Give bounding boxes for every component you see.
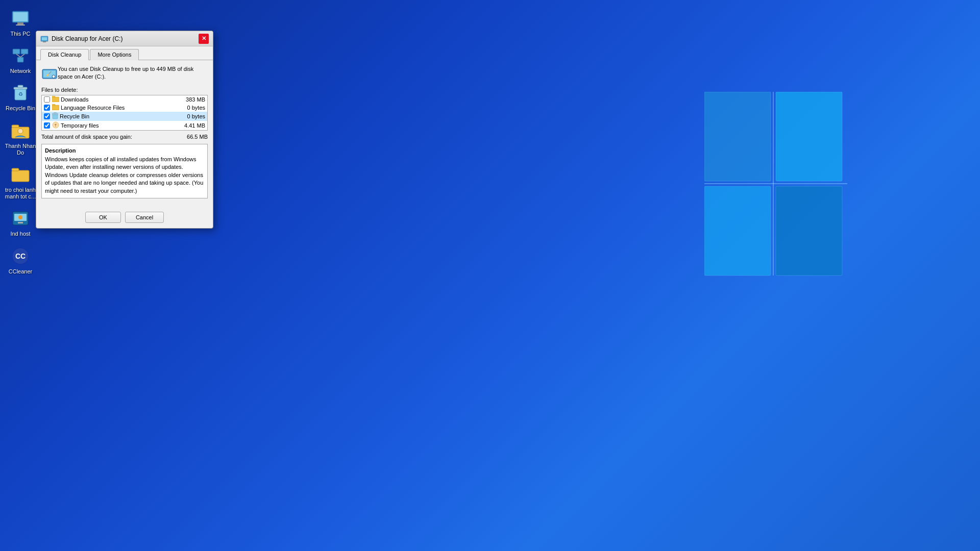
svg-rect-10 bbox=[13, 49, 20, 54]
tab-more-options[interactable]: More Options bbox=[90, 49, 139, 60]
disk-info-icon: 🧹 bbox=[41, 65, 58, 82]
svg-point-21 bbox=[18, 129, 23, 134]
svg-rect-26 bbox=[18, 222, 23, 223]
recycle-bin-label: Recycle Bin bbox=[6, 105, 35, 112]
file-checkbox-language[interactable] bbox=[44, 105, 50, 111]
file-checkbox-temp[interactable] bbox=[44, 122, 50, 129]
total-label: Total amount of disk space you gain: bbox=[41, 134, 132, 140]
file-item-temp[interactable]: T Temporary files 4.41 MB bbox=[42, 121, 207, 130]
svg-rect-7 bbox=[13, 12, 28, 21]
file-checkbox-recycle[interactable] bbox=[44, 113, 50, 119]
svg-rect-43 bbox=[54, 112, 56, 114]
this-pc-label: This PC bbox=[10, 31, 30, 37]
dialog-body: 🧹 You can use Disk Cleanup to free up to… bbox=[36, 60, 213, 209]
svg-rect-38 bbox=[52, 96, 55, 97]
user-folder-icon bbox=[10, 120, 31, 141]
svg-rect-1 bbox=[776, 92, 842, 181]
svg-rect-12 bbox=[17, 57, 23, 62]
file-size-downloads: 383 MB bbox=[186, 96, 205, 103]
svg-line-13 bbox=[16, 54, 20, 57]
desktop-icons: This PC Network ♻ Recycle Bin bbox=[0, 0, 41, 280]
desktop-icon-recycle-bin[interactable]: ♻ Recycle Bin bbox=[1, 80, 40, 115]
network-icon bbox=[10, 45, 31, 66]
svg-rect-37 bbox=[52, 97, 59, 102]
svg-rect-0 bbox=[704, 92, 771, 181]
svg-rect-39 bbox=[52, 105, 59, 110]
disk-cleanup-titlebar-icon bbox=[40, 35, 48, 43]
svg-rect-23 bbox=[12, 168, 19, 171]
description-box: Description Windows keeps copies of all … bbox=[41, 144, 208, 198]
svg-rect-2 bbox=[704, 186, 771, 276]
desktop-icon-ind-host[interactable]: Ind host bbox=[1, 205, 40, 240]
file-size-language: 0 bytes bbox=[187, 105, 205, 111]
tab-disk-cleanup[interactable]: Disk Cleanup bbox=[40, 49, 89, 60]
disk-cleanup-dialog: Disk Cleanup for Acer (C:) ✕ Disk Cleanu… bbox=[36, 31, 213, 229]
file-name-recycle: Recycle Bin bbox=[60, 113, 185, 119]
ccleaner-icon: CC bbox=[10, 246, 31, 266]
desktop-icon-network[interactable]: Network bbox=[1, 42, 40, 78]
info-row: 🧹 You can use Disk Cleanup to free up to… bbox=[41, 65, 208, 82]
file-item-thumbnails[interactable]: Thumbnails 3.01 MB bbox=[42, 130, 207, 131]
svg-rect-9 bbox=[16, 24, 25, 26]
svg-rect-11 bbox=[21, 49, 28, 54]
ccleaner-label: CCleaner bbox=[9, 268, 32, 275]
svg-text:T: T bbox=[55, 123, 57, 127]
dialog-titlebar: Disk Cleanup for Acer (C:) ✕ bbox=[36, 31, 213, 46]
svg-rect-22 bbox=[12, 170, 29, 182]
desktop-icon-thanh-nhan-do[interactable]: Thanh Nhan Do bbox=[1, 117, 40, 159]
svg-rect-8 bbox=[17, 22, 23, 24]
file-item-recycle[interactable]: Recycle Bin 0 bytes bbox=[42, 112, 207, 121]
dialog-buttons: OK Cancel bbox=[36, 209, 213, 228]
svg-text:♻: ♻ bbox=[18, 91, 23, 97]
network-label: Network bbox=[10, 68, 31, 74]
files-list-inner: Downloads 383 MB Language Resource Files… bbox=[42, 95, 207, 131]
svg-rect-17 bbox=[18, 85, 23, 88]
recycle-bin-icon: ♻ bbox=[10, 83, 31, 103]
cancel-button[interactable]: Cancel bbox=[125, 212, 164, 223]
dialog-info-text: You can use Disk Cleanup to free up to 4… bbox=[58, 65, 208, 81]
svg-rect-20 bbox=[12, 125, 19, 128]
thanh-nhan-do-label: Thanh Nhan Do bbox=[3, 143, 38, 156]
folder-icon bbox=[10, 164, 31, 185]
ok-button[interactable]: OK bbox=[85, 212, 121, 223]
svg-rect-3 bbox=[776, 186, 842, 276]
description-text: Windows keeps copies of all installed up… bbox=[45, 156, 204, 195]
svg-line-14 bbox=[20, 54, 24, 57]
this-pc-icon bbox=[10, 8, 31, 29]
file-name-temp: Temporary files bbox=[61, 122, 182, 129]
svg-text:CC: CC bbox=[15, 252, 26, 260]
svg-rect-32 bbox=[43, 41, 46, 42]
windows-logo bbox=[704, 92, 847, 287]
dialog-tabs: Disk Cleanup More Options bbox=[36, 46, 213, 60]
file-name-downloads: Downloads bbox=[61, 96, 184, 103]
desktop-icon-this-pc[interactable]: This PC bbox=[1, 5, 40, 40]
file-name-language: Language Resource Files bbox=[61, 105, 185, 111]
svg-point-35 bbox=[52, 75, 55, 78]
file-checkbox-downloads[interactable] bbox=[44, 96, 50, 103]
svg-point-27 bbox=[18, 215, 22, 219]
desktop-icon-tro-choi[interactable]: tro choi lanh manh tot c... bbox=[1, 161, 40, 203]
file-item-language[interactable]: Language Resource Files 0 bytes bbox=[42, 104, 207, 112]
file-size-temp: 4.41 MB bbox=[184, 122, 205, 129]
tro-choi-label: tro choi lanh manh tot c... bbox=[3, 187, 38, 200]
files-section-label: Files to delete: bbox=[41, 87, 208, 93]
dialog-close-button[interactable]: ✕ bbox=[199, 34, 209, 44]
files-list[interactable]: Downloads 383 MB Language Resource Files… bbox=[41, 95, 208, 131]
svg-rect-31 bbox=[42, 37, 47, 40]
ind-host-label: Ind host bbox=[10, 231, 30, 237]
file-size-recycle: 0 bytes bbox=[187, 113, 205, 119]
ind-host-icon bbox=[10, 208, 31, 229]
file-item-downloads[interactable]: Downloads 383 MB bbox=[42, 95, 207, 104]
svg-rect-40 bbox=[52, 104, 55, 106]
svg-text:🧹: 🧹 bbox=[46, 71, 52, 77]
total-row: Total amount of disk space you gain: 66.… bbox=[41, 134, 208, 140]
desktop-icon-ccleaner[interactable]: CC CCleaner bbox=[1, 243, 40, 278]
dialog-title: Disk Cleanup for Acer (C:) bbox=[52, 35, 199, 42]
total-value: 66.5 MB bbox=[187, 134, 208, 140]
svg-rect-41 bbox=[53, 114, 58, 119]
description-title: Description bbox=[45, 147, 204, 154]
